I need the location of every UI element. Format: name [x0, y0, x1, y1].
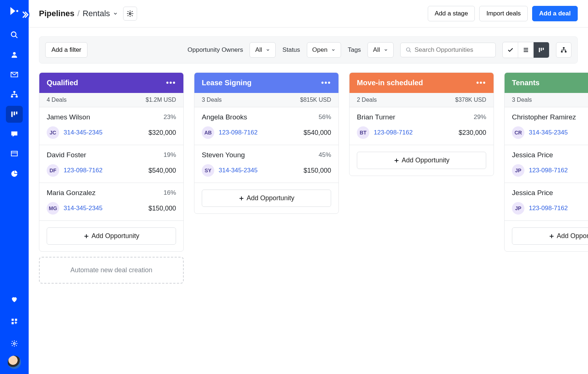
stage-menu-icon[interactable]: ••• [476, 79, 486, 87]
stage-total: $1.2M USD [146, 97, 176, 103]
svg-rect-12 [12, 319, 14, 321]
view-kanban-icon[interactable] [534, 42, 549, 58]
automate-deal-button[interactable]: Automate new deal creation [39, 257, 184, 284]
contact-avatar: SY [202, 164, 214, 177]
owners-select[interactable]: All [250, 42, 276, 58]
stage-menu-icon[interactable]: ••• [321, 79, 331, 87]
contact-avatar: DF [47, 164, 59, 177]
deal-phone[interactable]: 314-345-2345 [219, 167, 258, 174]
pipeline-name[interactable]: Rentals [83, 9, 110, 18]
stage-name: Qualified [47, 79, 78, 87]
deal-phone[interactable]: 314-345-2345 [64, 205, 103, 212]
add-opportunity-button[interactable]: Add Opportunity [357, 152, 486, 169]
svg-rect-7 [11, 112, 13, 117]
add-opportunity-button[interactable]: Add Opportunity [512, 227, 588, 245]
search-input[interactable] [415, 46, 488, 54]
deal-card[interactable]: Steven Young45%SY314-345-2345$150,000 [194, 145, 338, 183]
deal-phone[interactable]: 314-345-2345 [64, 129, 103, 136]
stage-column: Lease Signing•••3 Deals$815K USDAngela B… [194, 72, 339, 214]
automation-icon[interactable] [6, 86, 23, 103]
contact-avatar: CR [512, 126, 524, 139]
svg-rect-6 [16, 96, 18, 98]
stage-meta: 2 Deals$378K USD [349, 93, 494, 107]
deal-card[interactable]: Jessica PriceJP123-098-7162 [505, 145, 588, 183]
pipeline-settings-button[interactable] [123, 7, 137, 21]
email-icon[interactable] [6, 66, 23, 83]
deal-name: James Wilson [47, 113, 90, 121]
stage-header[interactable]: Move-in scheduled••• [349, 73, 494, 93]
apps-icon[interactable] [6, 313, 23, 330]
deal-card[interactable]: David Foster19%DF123-098-7162$540,000 [39, 145, 183, 183]
stage-meta: 3 Deals$815K USD [194, 93, 338, 107]
svg-rect-10 [11, 151, 18, 156]
stage-menu-icon[interactable]: ••• [166, 79, 176, 87]
svg-rect-26 [561, 51, 563, 53]
stage-column: Qualified•••4 Deals$1.2M USDJames Wilson… [39, 72, 184, 252]
contact-avatar: AB [202, 126, 214, 139]
add-opportunity-button[interactable]: Add Opportunity [202, 190, 331, 207]
search-opportunities[interactable] [400, 43, 496, 57]
heart-icon[interactable] [6, 291, 23, 308]
deal-amount: $320,000 [148, 129, 176, 137]
svg-rect-8 [14, 112, 15, 115]
view-toggle [502, 42, 549, 58]
contacts-icon[interactable] [6, 46, 23, 63]
app-logo[interactable] [4, 4, 25, 18]
chevron-down-icon[interactable] [113, 11, 118, 16]
deal-phone[interactable]: 123-098-7162 [529, 205, 568, 212]
deals-count: 4 Deals [47, 97, 67, 103]
deal-card[interactable]: Jessica PriceJP123-098-7162 [505, 183, 588, 221]
chat-icon[interactable] [6, 126, 23, 143]
stage-header[interactable]: Tenants••• [505, 73, 588, 93]
contact-avatar: BT [357, 126, 369, 139]
svg-rect-4 [13, 91, 15, 93]
deal-phone[interactable]: 123-098-7162 [64, 167, 103, 174]
stage-column: Move-in scheduled•••2 Deals$378K USDBria… [349, 72, 494, 176]
stage-header[interactable]: Qualified••• [39, 73, 183, 93]
breadcrumb: Pipelines / Rentals [39, 9, 118, 18]
org-chart-icon[interactable] [556, 42, 571, 58]
deal-phone[interactable]: 123-098-7162 [374, 129, 413, 136]
svg-point-0 [16, 10, 18, 12]
deals-count: 2 Deals [357, 97, 377, 103]
deal-percent: 16% [164, 189, 176, 197]
add-opportunity-button[interactable]: Add Opportunity [47, 227, 176, 245]
stage-meta: 3 Deals [505, 93, 588, 107]
breadcrumb-root[interactable]: Pipelines [39, 9, 75, 18]
settings-icon[interactable] [6, 335, 23, 352]
deal-card[interactable]: Christopher RamirezCR314-345-2345 [505, 107, 588, 145]
view-list-icon[interactable] [518, 42, 534, 58]
deal-name: Angela Brooks [202, 113, 247, 121]
contact-avatar: JP [512, 202, 524, 215]
deal-card[interactable]: Angela Brooks56%AB123-098-7162$540,000 [194, 107, 338, 145]
add-stage-button[interactable]: Add a stage [428, 6, 475, 21]
add-filter-button[interactable]: Add a filter [45, 42, 87, 58]
status-select[interactable]: Open [307, 42, 341, 58]
deal-phone[interactable]: 314-345-2345 [529, 129, 568, 136]
stage-total: $378K USD [455, 97, 487, 103]
search-icon[interactable] [6, 26, 23, 43]
view-checklist-icon[interactable] [503, 42, 518, 58]
deal-phone[interactable]: 123-098-7162 [219, 129, 258, 136]
reports-icon[interactable] [6, 165, 23, 182]
svg-line-2 [15, 36, 18, 38]
deal-phone[interactable]: 123-098-7162 [529, 167, 568, 174]
user-avatar[interactable] [8, 356, 21, 369]
deal-card[interactable]: James Wilson23%JC314-345-2345$320,000 [39, 107, 183, 145]
deal-amount: $230,000 [459, 129, 486, 137]
stage-header[interactable]: Lease Signing••• [194, 73, 338, 93]
deal-card[interactable]: Maria Gonzalez16%MG314-345-2345$150,000 [39, 183, 183, 221]
collapse-icon[interactable] [21, 7, 29, 22]
topbar: Pipelines / Rentals Add a stage Import d… [29, 0, 588, 28]
deal-card[interactable]: Brian Turner29%BT123-098-7162$230,000 [349, 107, 494, 145]
deal-name: Jessica Price [512, 151, 553, 159]
deal-percent: 23% [164, 114, 176, 121]
add-deal-button[interactable]: Add a deal [532, 6, 578, 21]
site-icon[interactable] [6, 145, 23, 162]
deals-icon[interactable] [6, 106, 23, 123]
deal-amount: $540,000 [148, 167, 176, 175]
import-deals-button[interactable]: Import deals [479, 6, 528, 21]
deal-amount: $150,000 [304, 167, 331, 175]
tags-select[interactable]: All [368, 42, 394, 58]
stage-name: Move-in scheduled [357, 79, 423, 87]
